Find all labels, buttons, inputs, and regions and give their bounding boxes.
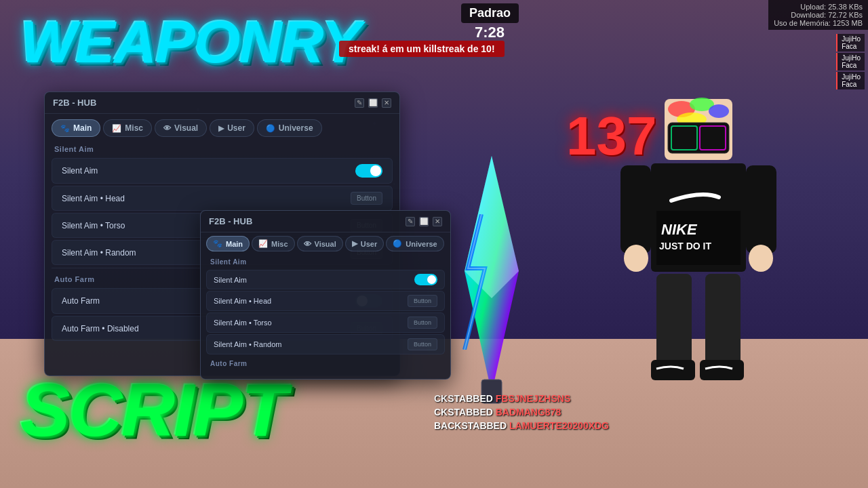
svg-rect-20	[700, 360, 744, 380]
window-controls-secondary: ✎ ⬜ ✕	[406, 217, 442, 226]
feature-silent-aim-head-label: Silent Aim • Head	[62, 194, 125, 203]
feature-silent-aim-label: Silent Aim	[62, 166, 98, 176]
svg-rect-17	[656, 274, 692, 369]
svg-point-22	[749, 245, 773, 272]
tab-main-sec[interactable]: 🐾 Main	[206, 236, 250, 251]
killstreak-detail: á em um killstreak de 10!	[382, 43, 495, 54]
feature-silent-aim-label-sec: Silent Aim	[214, 276, 247, 284]
feature-silent-aim-torso-label-sec: Silent Aim • Torso	[214, 319, 272, 327]
tab-main-label: Main	[73, 123, 92, 133]
kill-feed-item-3: BACKSTABBED LAMUERTE20200XDG	[434, 420, 609, 431]
svg-rect-16	[746, 165, 776, 253]
svg-rect-12	[656, 211, 741, 265]
svg-point-6	[709, 104, 729, 118]
tab-bar-secondary: 🐾 Main 📈 Misc 👁 Visual ▶ User 🔵 Universe	[201, 232, 450, 254]
svg-text:JUST DO IT: JUST DO IT	[659, 241, 711, 251]
window-titlebar-main: F2B - HUB ✎ ⬜ ✕	[45, 92, 399, 114]
kill-feed-item-2: CKSTABBED BADMANG878	[434, 407, 609, 418]
window-minimize-btn-2[interactable]: ⬜	[419, 217, 429, 226]
window-titlebar-secondary: F2B - HUB ✎ ⬜ ✕	[201, 211, 450, 232]
tab-user-label: User	[227, 123, 245, 133]
tab-main[interactable]: 🐾 Main	[52, 119, 100, 137]
window-title-main: F2B - HUB	[53, 98, 96, 108]
feature-silent-aim-torso-label: Silent Aim • Torso	[62, 221, 125, 230]
right-names-panel: JujiHoFaca JujiHoFaca JujiHoFaca	[836, 34, 865, 91]
window-close-btn-2[interactable]: ✕	[433, 217, 442, 226]
tab-visual-icon: 👁	[163, 124, 171, 132]
svg-rect-19	[651, 360, 695, 380]
kill-feed-item-1: CKSTABBED FBSJNEJZHSNS	[434, 393, 609, 404]
toggle-knob-sec	[427, 275, 436, 284]
right-name-1: JujiHoFaca	[836, 34, 865, 52]
feature-silent-aim-head-label-sec: Silent Aim • Head	[214, 297, 271, 305]
title-weaponry: WEAPONRY	[20, 12, 360, 72]
tab-misc-sec[interactable]: 📈 Misc	[252, 236, 294, 251]
section-auto-farm-sec: Auto Farm	[201, 356, 450, 370]
right-name-3: JujiHoFaca	[836, 72, 865, 89]
feature-auto-farm-disabled-label: Auto Farm • Disabled	[62, 324, 139, 333]
section-silent-aim-sec: Silent Aim	[201, 254, 450, 268]
silent-aim-torso-btn-sec[interactable]: Button	[408, 317, 437, 329]
streak-text: streak!	[349, 43, 380, 54]
memory-stat: Uso de Memória: 1253 MB	[774, 19, 863, 27]
tab-user[interactable]: ▶ User	[210, 119, 254, 137]
tab-visual[interactable]: 👁 Visual	[155, 119, 207, 137]
silent-aim-toggle[interactable]	[355, 164, 382, 178]
tab-main-icon: 🐾	[60, 124, 70, 133]
hub-window-secondary: F2B - HUB ✎ ⬜ ✕ 🐾 Main 📈 Misc 👁 Visual ▶…	[200, 210, 451, 380]
window-edit-btn-2[interactable]: ✎	[406, 217, 415, 226]
tab-universe[interactable]: 🔵 Universe	[257, 119, 322, 137]
feature-silent-aim-random-sec: Silent Aim • Random Button	[206, 334, 445, 354]
tab-user-sec[interactable]: ▶ User	[345, 236, 384, 251]
window-minimize-btn[interactable]: ⬜	[368, 98, 378, 108]
tab-misc[interactable]: 📈 Misc	[103, 119, 152, 137]
silent-aim-head-btn[interactable]: Button	[351, 192, 382, 205]
svg-rect-18	[705, 274, 741, 369]
feature-silent-aim-random-label: Silent Aim • Random	[62, 248, 136, 258]
tab-universe-label: Universe	[279, 123, 313, 133]
svg-text:NIKE: NIKE	[661, 221, 698, 238]
network-stats: Upload: 25.38 KBs Download: 72.72 KBs Us…	[768, 0, 868, 30]
game-timer: 7:28	[475, 24, 505, 41]
download-stat: Download: 72.72 KBs	[774, 11, 863, 19]
svg-rect-8	[668, 123, 729, 153]
toggle-knob	[370, 165, 381, 176]
window-edit-btn[interactable]: ✎	[355, 98, 364, 108]
feature-silent-aim-torso-sec: Silent Aim • Torso Button	[206, 312, 445, 333]
tab-misc-icon: 📈	[112, 124, 121, 133]
right-name-2: JujiHoFaca	[836, 53, 865, 70]
window-close-btn[interactable]: ✕	[382, 98, 391, 108]
feature-silent-aim-toggle: Silent Aim	[52, 158, 393, 184]
roblox-character: NIKE JUST DO IT	[583, 85, 814, 427]
silent-aim-toggle-sec[interactable]	[414, 274, 437, 285]
tab-misc-label: Misc	[125, 123, 143, 133]
window-title-secondary: F2B - HUB	[209, 216, 252, 226]
tab-universe-icon: 🔵	[266, 124, 275, 133]
weapon-glow	[441, 214, 522, 352]
tab-visual-sec[interactable]: 👁 Visual	[297, 236, 343, 251]
tab-visual-label: Visual	[174, 123, 198, 133]
tab-user-icon: ▶	[218, 124, 224, 133]
padrao-label: Padrao	[461, 3, 519, 23]
window-controls-main: ✎ ⬜ ✕	[355, 98, 391, 108]
silent-aim-random-btn-sec[interactable]: Button	[408, 338, 437, 350]
feature-auto-farm-label: Auto Farm	[62, 296, 100, 306]
killstreak-banner: streak! á em um killstreak de 10!	[339, 41, 505, 57]
svg-point-21	[624, 245, 648, 272]
silent-aim-head-btn-sec[interactable]: Button	[408, 295, 437, 307]
upload-stat: Upload: 25.38 KBs	[774, 3, 863, 11]
tab-bar-main: 🐾 Main 📈 Misc 👁 Visual ▶ User 🔵 Universe	[45, 114, 399, 141]
title-script: SCRIPT	[20, 373, 285, 447]
feature-silent-aim-toggle-sec: Silent Aim	[206, 270, 445, 289]
kill-feed: CKSTABBED FBSJNEJZHSNS CKSTABBED BADMANG…	[434, 393, 609, 434]
svg-rect-15	[620, 165, 651, 253]
feature-silent-aim-head: Silent Aim • Head Button	[52, 186, 393, 211]
feature-silent-aim-head-sec: Silent Aim • Head Button	[206, 291, 445, 311]
tab-universe-sec[interactable]: 🔵 Universe	[386, 236, 443, 251]
feature-silent-aim-random-label-sec: Silent Aim • Random	[214, 340, 281, 348]
section-silent-aim: Silent Aim	[45, 141, 399, 156]
